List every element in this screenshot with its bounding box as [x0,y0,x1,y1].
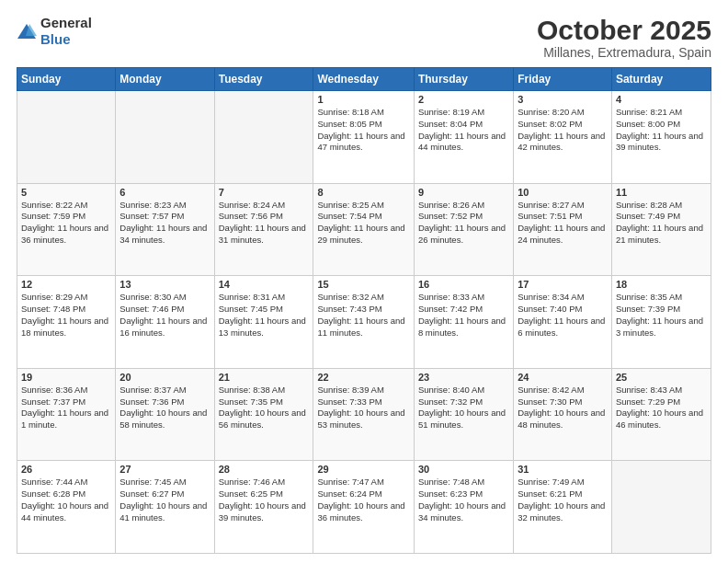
weekday-header: Tuesday [214,68,313,91]
day-number: 18 [616,279,707,290]
day-number: 21 [219,372,310,383]
calendar-cell: 24 Sunrise: 8:42 AM Sunset: 7:30 PM Dayl… [514,368,612,461]
sunrise-line: Sunrise: 7:49 AM [518,477,608,488]
daylight-line: Daylight: 11 hours and 1 minute. [21,408,111,431]
weekday-header: Friday [514,68,612,91]
day-number: 29 [317,464,409,475]
day-number: 22 [317,372,409,383]
weekday-header: Saturday [611,68,711,91]
calendar-cell: 4 Sunrise: 8:21 AM Sunset: 8:00 PM Dayli… [611,91,711,184]
sunset-line: Sunset: 7:45 PM [219,304,310,316]
daylight-line: Daylight: 10 hours and 39 minutes. [219,500,310,524]
daylight-line: Daylight: 11 hours and 44 minutes. [418,131,509,155]
sunrise-line: Sunrise: 8:33 AM [418,292,509,304]
sunset-line: Sunset: 7:43 PM [317,304,409,316]
sunset-line: Sunset: 7:39 PM [616,304,707,316]
top-area: General Blue October 2025 Millanes, Extr… [17,15,711,60]
daylight-line: Daylight: 11 hours and 29 minutes. [317,223,409,247]
sunset-line: Sunset: 7:40 PM [518,304,608,316]
day-number: 26 [21,464,111,475]
calendar-cell: 5 Sunrise: 8:22 AM Sunset: 7:59 PM Dayli… [17,183,116,276]
sunrise-line: Sunrise: 8:35 AM [616,292,707,304]
logo-text: General Blue [40,15,92,48]
calendar-cell: 16 Sunrise: 8:33 AM Sunset: 7:42 PM Dayl… [414,276,513,369]
sunrise-line: Sunrise: 8:36 AM [21,385,111,396]
sunset-line: Sunset: 7:32 PM [418,396,509,408]
day-number: 12 [21,279,111,290]
calendar-cell: 3 Sunrise: 8:20 AM Sunset: 8:02 PM Dayli… [514,91,612,184]
calendar-cell: 9 Sunrise: 8:26 AM Sunset: 7:52 PM Dayli… [414,183,513,276]
calendar-cell: 13 Sunrise: 8:30 AM Sunset: 7:46 PM Dayl… [116,276,214,369]
sunset-line: Sunset: 8:05 PM [317,119,409,131]
daylight-line: Daylight: 10 hours and 48 minutes. [518,408,608,431]
sunrise-line: Sunrise: 8:26 AM [418,200,509,212]
day-number: 28 [219,464,310,475]
sunrise-line: Sunrise: 7:48 AM [418,477,509,488]
day-number: 7 [219,187,310,198]
sunset-line: Sunset: 6:25 PM [219,488,310,500]
daylight-line: Daylight: 11 hours and 11 minutes. [317,316,409,339]
day-number: 16 [418,279,509,290]
sunset-line: Sunset: 8:00 PM [616,119,707,131]
day-number: 4 [616,94,707,105]
sunrise-line: Sunrise: 8:31 AM [219,292,310,304]
daylight-line: Daylight: 10 hours and 41 minutes. [119,500,210,524]
day-number: 9 [418,187,509,198]
day-number: 11 [616,187,707,198]
daylight-line: Daylight: 11 hours and 47 minutes. [317,131,409,155]
sunrise-line: Sunrise: 8:30 AM [119,292,210,304]
calendar-cell: 1 Sunrise: 8:18 AM Sunset: 8:05 PM Dayli… [313,91,414,184]
calendar-week-row: 5 Sunrise: 8:22 AM Sunset: 7:59 PM Dayli… [17,183,711,276]
sunrise-line: Sunrise: 8:21 AM [616,107,707,119]
sunrise-line: Sunrise: 8:19 AM [418,107,509,119]
title-area: October 2025 Millanes, Extremadura, Spai… [537,15,711,60]
sunrise-line: Sunrise: 7:47 AM [317,477,409,488]
sunset-line: Sunset: 7:52 PM [418,211,509,223]
calendar-week-row: 12 Sunrise: 8:29 AM Sunset: 7:48 PM Dayl… [17,276,711,369]
day-number: 8 [317,187,409,198]
daylight-line: Daylight: 10 hours and 46 minutes. [616,408,707,431]
sunset-line: Sunset: 7:54 PM [317,211,409,223]
sunrise-line: Sunrise: 8:20 AM [518,107,608,119]
header-row: SundayMondayTuesdayWednesdayThursdayFrid… [17,68,711,91]
calendar-cell: 19 Sunrise: 8:36 AM Sunset: 7:37 PM Dayl… [17,368,116,461]
sunset-line: Sunset: 7:57 PM [119,211,210,223]
day-number: 13 [119,279,210,290]
logo: General Blue [17,15,92,48]
sunset-line: Sunset: 7:30 PM [518,396,608,408]
calendar-cell: 18 Sunrise: 8:35 AM Sunset: 7:39 PM Dayl… [611,276,711,369]
calendar-cell: 30 Sunrise: 7:48 AM Sunset: 6:23 PM Dayl… [414,461,513,554]
weekday-header: Wednesday [313,68,414,91]
sunrise-line: Sunrise: 7:46 AM [219,477,310,488]
sunset-line: Sunset: 7:36 PM [119,396,210,408]
day-number: 14 [219,279,310,290]
sunset-line: Sunset: 6:24 PM [317,488,409,500]
calendar-cell: 12 Sunrise: 8:29 AM Sunset: 7:48 PM Dayl… [17,276,116,369]
daylight-line: Daylight: 10 hours and 36 minutes. [317,500,409,524]
sunrise-line: Sunrise: 8:28 AM [616,200,707,212]
daylight-line: Daylight: 10 hours and 51 minutes. [418,408,509,431]
day-number: 27 [119,464,210,475]
daylight-line: Daylight: 11 hours and 6 minutes. [518,316,608,339]
calendar-cell: 11 Sunrise: 8:28 AM Sunset: 7:49 PM Dayl… [611,183,711,276]
month-title: October 2025 [537,15,711,45]
sunset-line: Sunset: 8:02 PM [518,119,608,131]
sunrise-line: Sunrise: 7:45 AM [119,477,210,488]
calendar-cell: 2 Sunrise: 8:19 AM Sunset: 8:04 PM Dayli… [414,91,513,184]
sunrise-line: Sunrise: 8:27 AM [518,200,608,212]
daylight-line: Daylight: 11 hours and 24 minutes. [518,223,608,247]
sunset-line: Sunset: 6:23 PM [418,488,509,500]
day-number: 10 [518,187,608,198]
sunset-line: Sunset: 6:27 PM [119,488,210,500]
calendar-week-row: 1 Sunrise: 8:18 AM Sunset: 8:05 PM Dayli… [17,91,711,184]
sunrise-line: Sunrise: 7:44 AM [21,477,111,488]
calendar-cell: 31 Sunrise: 7:49 AM Sunset: 6:21 PM Dayl… [514,461,612,554]
daylight-line: Daylight: 10 hours and 53 minutes. [317,408,409,431]
sunset-line: Sunset: 6:28 PM [21,488,111,500]
page: General Blue October 2025 Millanes, Extr… [0,0,728,563]
sunset-line: Sunset: 7:51 PM [518,211,608,223]
daylight-line: Daylight: 10 hours and 56 minutes. [219,408,310,431]
sunrise-line: Sunrise: 8:32 AM [317,292,409,304]
location-title: Millanes, Extremadura, Spain [537,45,711,60]
daylight-line: Daylight: 11 hours and 26 minutes. [418,223,509,247]
